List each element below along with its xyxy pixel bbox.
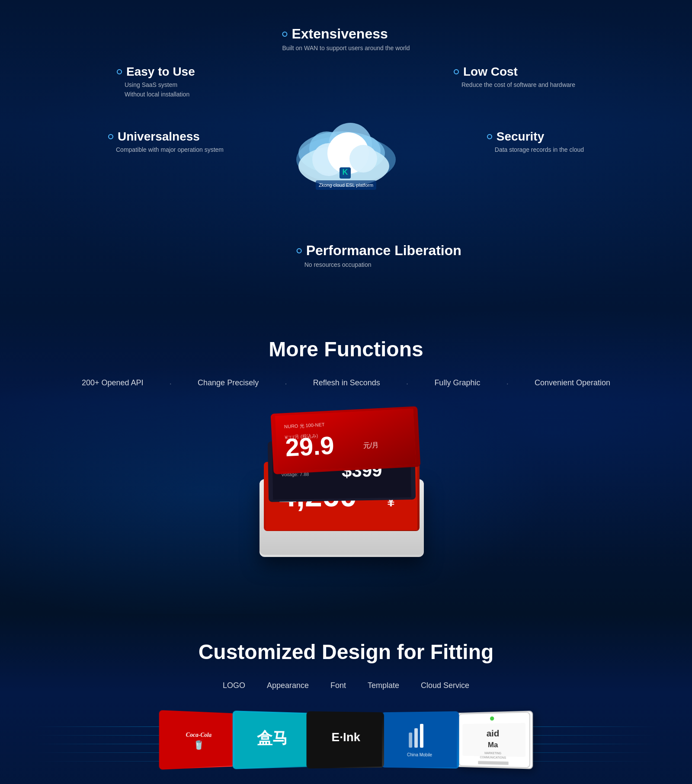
tab-separator: ·: [506, 378, 509, 388]
svg-text:China Mobile: China Mobile: [407, 752, 432, 757]
functions-tabs: 200+ Opened API · Change Precisely · Ref…: [82, 378, 610, 388]
esl-card-1: NURO 光 100-NET ¥□□/月 (税込み) 29.9 元/月: [271, 406, 421, 474]
feature-desc: Compatible with major operation system: [108, 146, 224, 153]
bullet-icon: [108, 134, 113, 139]
tab-fully-graphic[interactable]: Fully Graphic: [434, 378, 480, 388]
svg-text:COMMUNICATIONS: COMMUNICATIONS: [480, 755, 506, 759]
brand-card-aidma: aid Ma MARKETING COMMUNICATIONS: [456, 710, 533, 769]
svg-text:🥤: 🥤: [193, 739, 205, 750]
brand-card-hexma: 盒马: [233, 710, 310, 769]
feature-title: Performance Liberation: [306, 243, 461, 259]
feature-low-cost: Low Cost Reduce the cost of software and…: [454, 65, 575, 88]
bullet-icon: [297, 248, 302, 253]
functions-title: More Functions: [269, 337, 423, 361]
tab-refresh-seconds[interactable]: Reflesh in Seconds: [313, 378, 380, 388]
bullet-icon: [117, 69, 122, 74]
feature-title: Extensiveness: [292, 26, 388, 42]
tab-opened-api[interactable]: 200+ Opened API: [82, 378, 144, 388]
brand-card-eink: E·Ink: [307, 711, 384, 769]
tab-separator: ·: [406, 378, 409, 388]
brand-card-coca-cola: Coca-Cola 🥤: [159, 710, 234, 770]
feature-desc: Built on WAN to support users around the…: [282, 45, 410, 51]
tab-separator: ·: [170, 378, 172, 388]
feature-desc: Data storage records in the cloud: [487, 146, 584, 153]
feature-universalness: Universalness Compatible with major oper…: [108, 130, 224, 153]
tab-appearance[interactable]: Appearance: [267, 681, 309, 690]
feature-title: Easy to Use: [126, 65, 195, 79]
feature-title: Low Cost: [463, 65, 518, 79]
svg-text:29.9: 29.9: [285, 431, 335, 461]
tab-separator: ·: [285, 378, 287, 388]
cloud-svg: K Zkong cloud ESL platform: [290, 99, 402, 194]
cloud-section: Extensiveness Built on WAN to support us…: [0, 0, 692, 311]
feature-easy-to-use: Easy to Use Using SaaS system Without lo…: [117, 65, 195, 98]
card1-svg: NURO 光 100-NET ¥□□/月 (税込み) 29.9 元/月: [275, 409, 416, 472]
bullet-icon: [454, 69, 459, 74]
svg-text:MARKETING: MARKETING: [484, 752, 501, 755]
tab-change-precisely[interactable]: Change Precisely: [198, 378, 259, 388]
china-mobile-svg: China Mobile: [384, 712, 457, 767]
feature-extensiveness: Extensiveness Built on WAN to support us…: [282, 26, 410, 51]
feature-performance: Performance Liberation No resources occu…: [297, 243, 461, 268]
svg-text:Coca-Cola: Coca-Cola: [186, 731, 211, 738]
bullet-icon: [487, 134, 492, 139]
aidma-svg: aid Ma MARKETING COMMUNICATIONS: [457, 710, 532, 769]
feature-desc: No resources occupation: [297, 261, 461, 268]
feature-desc2: Without local installation: [117, 91, 195, 98]
coca-cola-svg: Coca-Cola 🥤: [161, 711, 233, 768]
feature-security: Security Data storage records in the clo…: [487, 130, 584, 153]
custom-section: Customized Design for Fitting LOGO Appea…: [0, 614, 692, 784]
custom-tabs: LOGO Appearance Font Template Cloud Serv…: [223, 681, 469, 690]
esl-stack-illustration: NURO 光 100-NET ¥□□/月 (税込み) 29.9 元/月 Sell…: [260, 419, 432, 557]
svg-rect-36: [409, 733, 412, 748]
svg-text:Ma: Ma: [488, 741, 498, 749]
eink-svg: E·Ink: [309, 712, 382, 767]
tab-convenient-operation[interactable]: Convenient Operation: [535, 378, 610, 388]
svg-text:Zkong cloud ESL platform: Zkong cloud ESL platform: [319, 182, 373, 188]
cloud-illustration: K Zkong cloud ESL platform: [290, 99, 402, 194]
svg-text:盒马: 盒马: [257, 729, 287, 747]
svg-text:K: K: [343, 168, 348, 176]
svg-point-8: [349, 145, 377, 173]
custom-title: Customized Design for Fitting: [199, 640, 494, 664]
feature-desc1: Using SaaS system: [117, 81, 195, 88]
feature-desc: Reduce the cost of software and hardware: [454, 81, 575, 88]
svg-rect-37: [414, 728, 418, 748]
brand-cards: Coca-Cola 🥤 盒马 E·Ink: [162, 712, 530, 768]
tab-template[interactable]: Template: [368, 681, 399, 690]
svg-text:aid: aid: [487, 729, 500, 739]
brand-card-china-mobile: China Mobile: [381, 711, 459, 769]
feature-title: Security: [497, 130, 545, 144]
feature-title: Universalness: [118, 130, 200, 144]
svg-rect-38: [420, 723, 423, 747]
tab-font[interactable]: Font: [330, 681, 346, 690]
tab-logo[interactable]: LOGO: [223, 681, 245, 690]
svg-text:元/月: 元/月: [363, 441, 379, 449]
svg-text:E·Ink: E·Ink: [331, 730, 360, 744]
cloud-grid: Extensiveness Built on WAN to support us…: [108, 26, 584, 277]
hexma-svg: 盒马: [235, 712, 308, 768]
functions-section: More Functions 200+ Opened API · Change …: [0, 311, 692, 614]
bullet-icon: [282, 32, 287, 37]
tab-cloud-service[interactable]: Cloud Service: [421, 681, 469, 690]
